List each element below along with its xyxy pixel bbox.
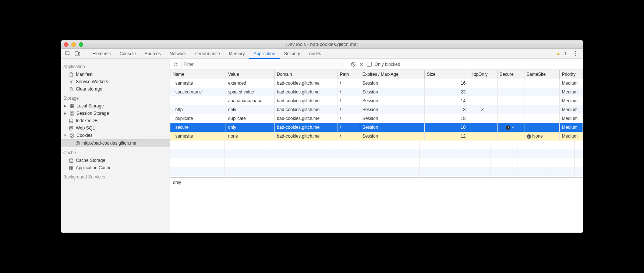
sidebar-item-label: Application Cache xyxy=(76,165,112,170)
tab-audits[interactable]: Audits xyxy=(304,49,325,59)
table-row[interactable]: samesitenonebad-cookies.glitch.me/Sessio… xyxy=(170,132,583,141)
cell-secure xyxy=(497,114,524,123)
delete-selected-icon[interactable] xyxy=(359,62,364,67)
svg-point-3 xyxy=(70,81,72,82)
storage-icon xyxy=(69,103,74,109)
device-toolbar-icon[interactable] xyxy=(73,49,82,58)
section-background-title: Background Services xyxy=(61,171,170,181)
warning-icon[interactable]: ▲ xyxy=(556,51,560,56)
cookies-panel: Only blocked NameValueDomainPathExpires … xyxy=(170,59,583,233)
collapse-arrow-icon[interactable]: ▼ xyxy=(63,134,67,137)
column-header[interactable]: Expires / Max-Age xyxy=(360,70,424,79)
cell-value: only xyxy=(226,123,274,132)
cell-samesite xyxy=(524,96,559,105)
sidebar-item-label: Session Storage xyxy=(77,111,109,116)
cell-expires: Session xyxy=(360,123,424,132)
sidebar-item-label: Service Workers xyxy=(76,79,108,84)
table-row[interactable]: samesiteextendedbad-cookies.glitch.me/Se… xyxy=(170,79,583,88)
svg-point-15 xyxy=(71,134,71,135)
section-storage-title: Storage xyxy=(61,93,170,102)
sidebar-item-label: Cookies xyxy=(77,133,92,138)
tab-sources[interactable]: Sources xyxy=(140,49,165,59)
sidebar-item-clear-storage[interactable]: Clear storage xyxy=(61,85,170,93)
cell-secure xyxy=(497,132,524,141)
sidebar-item-service-workers[interactable]: Service Workers xyxy=(61,78,170,85)
column-header[interactable]: SameSite xyxy=(524,70,559,79)
table-row[interactable]: secureonlybad-cookies.glitch.me/Session1… xyxy=(170,123,583,132)
svg-point-19 xyxy=(77,142,77,142)
cell-value: spaced value xyxy=(226,88,274,96)
tab-performance[interactable]: Performance xyxy=(190,49,224,59)
svg-rect-4 xyxy=(70,104,71,106)
sidebar-item-manifest[interactable]: Manifest xyxy=(61,71,170,78)
sidebar-item-application-cache[interactable]: Application Cache xyxy=(61,164,170,171)
cell-samesite: i None xyxy=(524,132,559,141)
table-row[interactable]: spaced namespaced valuebad-cookies.glitc… xyxy=(170,88,583,96)
column-header[interactable]: Value xyxy=(226,70,274,79)
cell-secure: i ✓ xyxy=(497,123,524,132)
database-icon xyxy=(68,158,74,163)
expand-arrow-icon[interactable]: ▶ xyxy=(63,104,67,108)
cell-name: samesite xyxy=(170,132,226,141)
sidebar-item-local-storage[interactable]: ▶ Local Storage xyxy=(61,102,170,110)
cell-name: duplicate xyxy=(170,114,226,123)
svg-rect-11 xyxy=(72,114,74,115)
cell-priority: Medium xyxy=(559,105,583,114)
cell-name: spaced name xyxy=(170,88,226,96)
filter-input[interactable] xyxy=(181,61,343,68)
refresh-icon[interactable] xyxy=(173,62,178,67)
cell-path: / xyxy=(337,79,360,88)
sidebar-item-cookies[interactable]: ▼ Cookies xyxy=(61,132,170,139)
storage-icon xyxy=(68,165,74,170)
tab-console[interactable]: Console xyxy=(115,49,140,59)
sidebar-item-indexeddb[interactable]: IndexedDB xyxy=(61,117,170,124)
cell-domain: bad-cookies.glitch.me xyxy=(275,79,337,88)
cell-expires: Session xyxy=(360,132,424,141)
cell-priority: Medium xyxy=(559,132,583,141)
tab-elements[interactable]: Elements xyxy=(88,49,115,59)
tab-application[interactable]: Application xyxy=(249,49,280,59)
sidebar-item-cookie-origin[interactable]: http://bad-cookies.glitch.me xyxy=(61,139,170,147)
column-header[interactable]: Secure xyxy=(497,70,524,79)
svg-rect-25 xyxy=(69,168,71,170)
warning-count[interactable]: 1 xyxy=(564,51,567,56)
cell-path: / xyxy=(337,105,360,114)
only-blocked-checkbox[interactable] xyxy=(367,62,372,67)
cell-size: 10 xyxy=(424,123,468,132)
column-header[interactable]: Path xyxy=(337,70,360,79)
sidebar-item-session-storage[interactable]: ▶ Session Storage xyxy=(61,110,170,117)
sidebar-item-cache-storage[interactable]: Cache Storage xyxy=(61,157,170,164)
column-header[interactable]: Name xyxy=(170,70,226,79)
document-icon xyxy=(68,72,74,77)
cell-size: 16 xyxy=(424,79,468,88)
inspect-element-icon[interactable] xyxy=(63,49,72,58)
sidebar-item-label: http://bad-cookies.glitch.me xyxy=(82,141,136,146)
divider xyxy=(85,50,85,57)
cell-samesite xyxy=(524,114,559,123)
clear-all-icon[interactable] xyxy=(351,62,356,67)
table-row[interactable]: httponlybad-cookies.glitch.me/Session8✓M… xyxy=(170,105,583,114)
cell-size: 8 xyxy=(424,105,468,114)
titlebar: DevTools - bad-cookies.glitch.me/ xyxy=(61,40,583,49)
column-header[interactable]: Domain xyxy=(275,70,337,79)
expand-arrow-icon[interactable]: ▶ xyxy=(63,111,67,115)
sidebar-item-websql[interactable]: Web SQL xyxy=(61,124,170,132)
tab-memory[interactable]: Memory xyxy=(224,49,249,59)
table-row[interactable]: aaaaaaaaaaaaaabad-cookies.glitch.me/Sess… xyxy=(170,96,583,105)
column-header[interactable]: Size xyxy=(424,70,468,79)
column-header[interactable]: HttpOnly xyxy=(468,70,497,79)
trash-icon xyxy=(68,86,74,92)
cell-path: / xyxy=(337,96,360,105)
cell-path: / xyxy=(337,132,360,141)
tab-security[interactable]: Security xyxy=(280,49,304,59)
table-row[interactable]: duplicateduplicatebad-cookies.glitch.me/… xyxy=(170,114,583,123)
svg-point-21 xyxy=(77,143,77,144)
tab-network[interactable]: Network xyxy=(165,49,190,59)
svg-rect-1 xyxy=(75,52,78,55)
column-header[interactable]: Priority xyxy=(559,70,583,79)
application-sidebar: Application Manifest Service Workers Cle… xyxy=(61,59,170,233)
window-title: DevTools - bad-cookies.glitch.me/ xyxy=(61,42,583,47)
kebab-menu-icon[interactable]: ⋮ xyxy=(570,50,581,57)
cell-httponly xyxy=(468,114,497,123)
cell-priority: Medium xyxy=(559,79,583,88)
